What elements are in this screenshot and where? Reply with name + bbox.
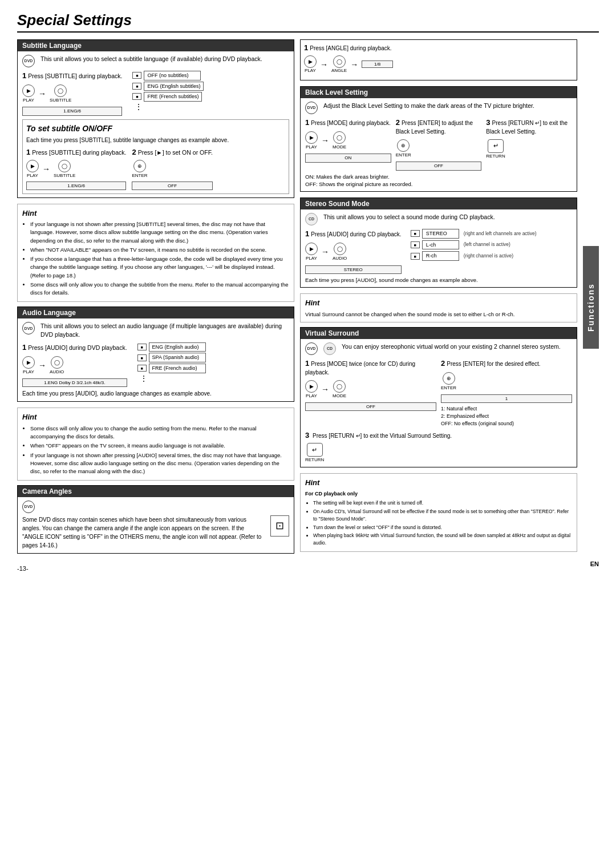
play-btn-bl: ▶ [305, 131, 318, 144]
virtual-surround-section: Virtual Surround DVD CD You can enjoy st… [300, 327, 577, 468]
play-label-angle: PLAY [304, 68, 317, 73]
angle-btn: ◯ [333, 55, 346, 68]
onoff-step1-text: Press [SUBTITLE] during playback. [32, 149, 126, 156]
vs-effect1: 1: Natural effect [441, 405, 572, 413]
dvd-badge: DVD [22, 55, 35, 67]
stereo-step1-text: Press [AUDIO] during CD playback. [311, 231, 401, 237]
virtual-surround-header: Virtual Surround [301, 328, 577, 339]
audio-language-section: Audio Language DVD This unit allows you … [17, 306, 294, 402]
step1-text: Press [SUBTITLE] during playback. [28, 72, 122, 79]
vs-step2-text: Press [ENTER] for the desired effect. [447, 361, 540, 367]
hint-stereo: Hint Virtual Surround cannot be changed … [300, 293, 577, 322]
stereo-sound-section: Stereo Sound Mode CD This unit allows yo… [300, 197, 577, 288]
bl-lcd2: OFF [396, 162, 482, 170]
audio-opt-fre: ■ FRE (French audio) [137, 364, 206, 373]
return-label-bl: RETURN [486, 153, 505, 159]
mode-btn-vs: ◯ [333, 380, 346, 393]
audio-intro-text: This unit allows you to select an audio … [40, 322, 289, 338]
more-options-indicator: ⋮ [135, 103, 204, 111]
vs-arrow1: → [321, 384, 329, 396]
subtitle-options: ■ OFF (no subtitles) ■ ENG (English subt… [132, 71, 204, 111]
enter-label-bl: ENTER [396, 152, 411, 158]
bl-step1-text: Press [MODE] during playback. [311, 120, 391, 126]
option-eng: ■ ENG (English subtitles) [132, 82, 204, 91]
stereo-icon-lch: ■ [411, 241, 420, 248]
mode-btn-bl: ◯ [333, 131, 346, 144]
camera-angles-section: Camera Angles DVD ⊡ Some DVD discs may c… [17, 485, 294, 554]
subtitle-button: ◯ [54, 84, 67, 97]
subtitle-onoff-title: To set subtitle ON/OFF [26, 123, 285, 135]
option-icon-fre: ■ [132, 93, 141, 100]
option-icon-eng: ■ [132, 83, 141, 90]
cd-badge-vs: CD [323, 342, 336, 355]
stereo-label-lch: L-ch [422, 240, 459, 250]
bl-step2-num: 2 [396, 118, 400, 127]
vs-effect2: 2: Emphasized effect [441, 413, 572, 420]
play-btn-stereo: ▶ [305, 243, 318, 255]
onoff-step1-num: 1 [26, 148, 30, 156]
angle-arrow2: → [350, 60, 358, 69]
stereo-opt-lch: ■ L-ch (left channel is active) [411, 240, 537, 250]
audio-options: ■ ENG (English audio) ■ SPA (Spanish aud… [137, 342, 206, 382]
vs-step3-num: 3 [305, 431, 309, 439]
stereo-intro: This unit allows you to select a sound m… [323, 213, 495, 221]
angle-icon: ⊡ [270, 515, 289, 537]
angle-icon-diagram: ⊡ [270, 515, 289, 537]
functions-tab: Functions [583, 39, 599, 555]
mode-label-vs: MODE [333, 393, 346, 399]
hint-subtitle: Hint If your language is not shown after… [17, 204, 294, 303]
subtitle-lcd: 1.ENG/6 [22, 107, 122, 115]
bl-arrow1: → [321, 135, 329, 147]
page-title: Special Settings [17, 11, 599, 33]
vs-lcd1: OFF [305, 402, 436, 411]
vs-intro: You can enjoy stereophonic virtual world… [342, 342, 561, 351]
option-off-text: OFF (no subtitles) [144, 71, 201, 80]
option-fre-text: FRE (French subtitles) [144, 92, 202, 102]
hint-sub-item1: If your language is not shown after pres… [30, 220, 289, 245]
play-label-bl: PLAY [305, 144, 318, 150]
hint-sub-item3: If you choose a language that has a thre… [30, 255, 289, 280]
hint-stereo-title: Hint [305, 297, 572, 309]
stereo-icon-stereo: ■ [411, 230, 420, 237]
black-level-header: Black Level Setting [301, 87, 577, 98]
arrow-audio: → [38, 360, 46, 372]
enter-btn-onoff: ⊕ [133, 160, 146, 172]
audio-opt-icon-eng: ■ [137, 344, 147, 350]
subtitle-onoff-desc: Each time you press [SUBTITLE], subtitle… [26, 136, 285, 144]
hint-audio-list: Some discs will only allow you to change… [22, 425, 289, 476]
bl-step1-num: 1 [305, 118, 309, 127]
option-fre: ■ FRE (French subtitles) [132, 92, 204, 102]
dvd-badge-black: DVD [305, 102, 318, 114]
hint-audio-item3: If your language is not shown after pres… [30, 451, 289, 476]
stereo-label-stereo: STEREO [422, 229, 459, 239]
play-label-audio: PLAY [22, 369, 35, 375]
subtitle-language-header: Subtitle Language [18, 40, 294, 51]
audio-lcd: 1.ENG Dolby D 3/2.1ch 48k/3. [22, 378, 127, 387]
hint-virtual: Hint For CD playback only The setting wi… [300, 473, 577, 552]
stereo-sound-header: Stereo Sound Mode [301, 198, 577, 209]
arrow1: → [38, 88, 46, 100]
hint-vs-item3: Turn down the level or select "OFF" if t… [313, 524, 572, 531]
cd-badge-stereo: CD [305, 213, 318, 225]
hint-virtual-title: Hint [305, 477, 572, 489]
hint-stereo-text: Virtual Surround cannot be changed when … [305, 310, 572, 318]
hint-subtitle-title: Hint [22, 208, 289, 219]
onoff-lcd2: OFF [132, 182, 212, 190]
hint-vs-item2: On Audio CD's, Virtual Surround will not… [313, 508, 572, 523]
stereo-arrow: → [321, 247, 329, 258]
audio-opt-icon-spa: ■ [137, 354, 147, 361]
vs-step1-num: 1 [305, 359, 309, 368]
audio-opt-eng-text: ENG (English audio) [149, 342, 206, 352]
audio-label-stereo: AUDIO [333, 255, 347, 261]
angle-step1-text: Press [ANGLE] during playback. [310, 45, 391, 51]
sub-btn-label-onoff: SUBTITLE [54, 172, 75, 179]
play-btn-vs: ▶ [305, 380, 318, 393]
option-icon-off: ■ [132, 72, 141, 79]
onoff-step2-num: 2 [132, 148, 136, 156]
step1-number: 1 [22, 71, 26, 80]
stereo-sub-lch: (left channel is active) [464, 241, 510, 248]
angle-step1-num: 1 [304, 43, 308, 52]
cd-only-label: For CD playback only [305, 490, 572, 498]
audio-btn-label: AUDIO [50, 369, 64, 375]
audio-step1-num: 1 [22, 343, 26, 352]
